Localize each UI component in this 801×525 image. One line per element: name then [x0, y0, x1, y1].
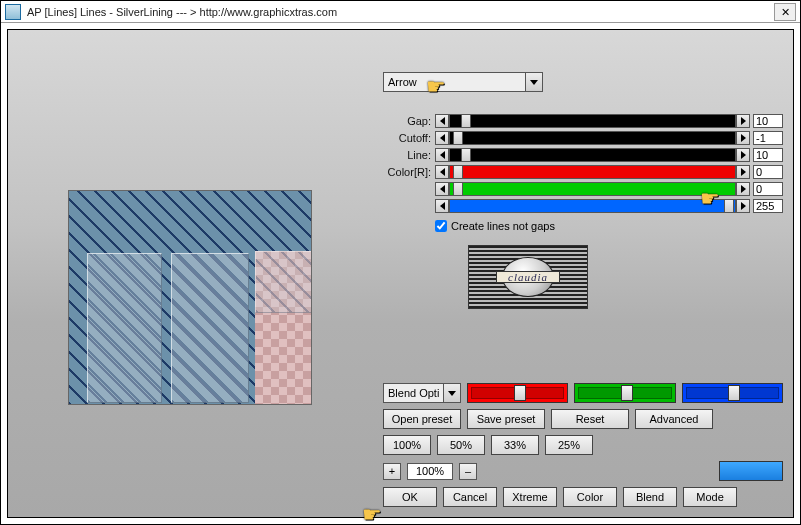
percent-preset-button[interactable]: 50%	[437, 435, 485, 455]
parameter-sliders: Gap:10Cutoff:-1Line:10Color[R]:00255	[383, 112, 783, 214]
decrement-arrow-button[interactable]	[435, 165, 449, 179]
slider-thumb[interactable]	[724, 199, 734, 213]
window-close-button[interactable]: ✕	[774, 3, 796, 21]
blend-mode-selected: Blend Opti	[384, 387, 443, 399]
zoom-value[interactable]: 100%	[407, 463, 453, 480]
red-slider[interactable]	[467, 383, 568, 403]
decrement-arrow-button[interactable]	[435, 114, 449, 128]
slider-thumb[interactable]	[461, 114, 471, 128]
preview-pane-left	[87, 253, 162, 403]
create-lines-not-gaps-checkbox[interactable]	[435, 220, 447, 232]
blue-slider[interactable]	[682, 383, 783, 403]
param-slider-track[interactable]	[449, 114, 736, 128]
action-row: OKCancelXtremeColorBlendMode	[383, 487, 783, 507]
increment-arrow-button[interactable]	[736, 114, 750, 128]
param-value[interactable]: 255	[753, 199, 783, 213]
param-slider-track[interactable]	[449, 165, 736, 179]
increment-arrow-button[interactable]	[736, 148, 750, 162]
mode-button[interactable]: Mode	[683, 487, 737, 507]
chevron-down-icon	[525, 73, 542, 91]
decrement-arrow-button[interactable]	[435, 182, 449, 196]
param-value[interactable]: 0	[753, 182, 783, 196]
app-icon	[5, 4, 21, 20]
plugin-window: AP [Lines] Lines - SilverLining --- > ht…	[0, 0, 801, 525]
green-slider[interactable]	[574, 383, 675, 403]
param-value[interactable]: 10	[753, 114, 783, 128]
logo-text: claudia	[496, 271, 560, 283]
open-preset-button[interactable]: Open preset	[383, 409, 461, 429]
param-slider-track[interactable]	[449, 148, 736, 162]
percent-preset-button[interactable]: 25%	[545, 435, 593, 455]
zoom-out-button[interactable]: –	[459, 463, 477, 480]
param-label: Color[R]:	[383, 166, 435, 178]
param-label: Line:	[383, 149, 435, 161]
titlebar: AP [Lines] Lines - SilverLining --- > ht…	[1, 1, 800, 23]
percent-preset-button[interactable]: 33%	[491, 435, 539, 455]
percent-preset-button[interactable]: 100%	[383, 435, 431, 455]
client-area: Arrow Gap:10Cutoff:-1Line:10Color[R]:002…	[7, 29, 794, 518]
preset-row: Open preset Save preset Reset Advanced	[383, 409, 783, 429]
param-row-5: 255	[383, 197, 783, 214]
current-color-swatch[interactable]	[719, 461, 783, 481]
ok-button[interactable]: OK	[383, 487, 437, 507]
increment-arrow-button[interactable]	[736, 165, 750, 179]
advanced-button[interactable]: Advanced	[635, 409, 713, 429]
param-value[interactable]: 10	[753, 148, 783, 162]
decrement-arrow-button[interactable]	[435, 199, 449, 213]
color-button[interactable]: Color	[563, 487, 617, 507]
effect-preview	[68, 190, 312, 405]
param-row-3: Color[R]:0	[383, 163, 783, 180]
param-row-2: Line:10	[383, 146, 783, 163]
slider-thumb[interactable]	[453, 165, 463, 179]
line-type-selected: Arrow	[384, 76, 525, 88]
blend-mode-dropdown[interactable]: Blend Opti	[383, 383, 461, 403]
param-slider-track[interactable]	[449, 131, 736, 145]
slider-thumb[interactable]	[453, 131, 463, 145]
param-row-1: Cutoff:-1	[383, 129, 783, 146]
param-slider-track[interactable]	[449, 199, 736, 213]
param-value[interactable]: 0	[753, 165, 783, 179]
chevron-down-icon	[443, 384, 460, 402]
line-type-dropdown[interactable]: Arrow	[383, 72, 543, 92]
percent-preset-row: 100%50%33%25%	[383, 435, 783, 455]
param-value[interactable]: -1	[753, 131, 783, 145]
blend-slider-row: Blend Opti	[383, 383, 783, 403]
preview-pane-center	[171, 253, 249, 403]
vendor-logo: claudia	[468, 245, 588, 309]
xtreme-button[interactable]: Xtreme	[503, 487, 557, 507]
slider-thumb[interactable]	[461, 148, 471, 162]
increment-arrow-button[interactable]	[736, 199, 750, 213]
reset-button[interactable]: Reset	[551, 409, 629, 429]
param-label: Gap:	[383, 115, 435, 127]
increment-arrow-button[interactable]	[736, 131, 750, 145]
param-row-0: Gap:10	[383, 112, 783, 129]
zoom-in-button[interactable]: +	[383, 463, 401, 480]
decrement-arrow-button[interactable]	[435, 131, 449, 145]
param-slider-track[interactable]	[449, 182, 736, 196]
preview-pane-right	[255, 251, 312, 313]
create-lines-not-gaps-label: Create lines not gaps	[451, 220, 555, 232]
slider-thumb[interactable]	[453, 182, 463, 196]
create-lines-not-gaps-row: Create lines not gaps	[435, 220, 783, 232]
param-label: Cutoff:	[383, 132, 435, 144]
window-title: AP [Lines] Lines - SilverLining --- > ht…	[27, 6, 774, 18]
bottom-controls: Blend Opti Open preset Save preset Reset…	[383, 377, 783, 507]
cancel-button[interactable]: Cancel	[443, 487, 497, 507]
zoom-row: + 100% –	[383, 461, 783, 481]
decrement-arrow-button[interactable]	[435, 148, 449, 162]
parameter-column: Arrow Gap:10Cutoff:-1Line:10Color[R]:002…	[383, 72, 783, 232]
increment-arrow-button[interactable]	[736, 182, 750, 196]
param-row-4: 0	[383, 180, 783, 197]
save-preset-button[interactable]: Save preset	[467, 409, 545, 429]
blend-button[interactable]: Blend	[623, 487, 677, 507]
